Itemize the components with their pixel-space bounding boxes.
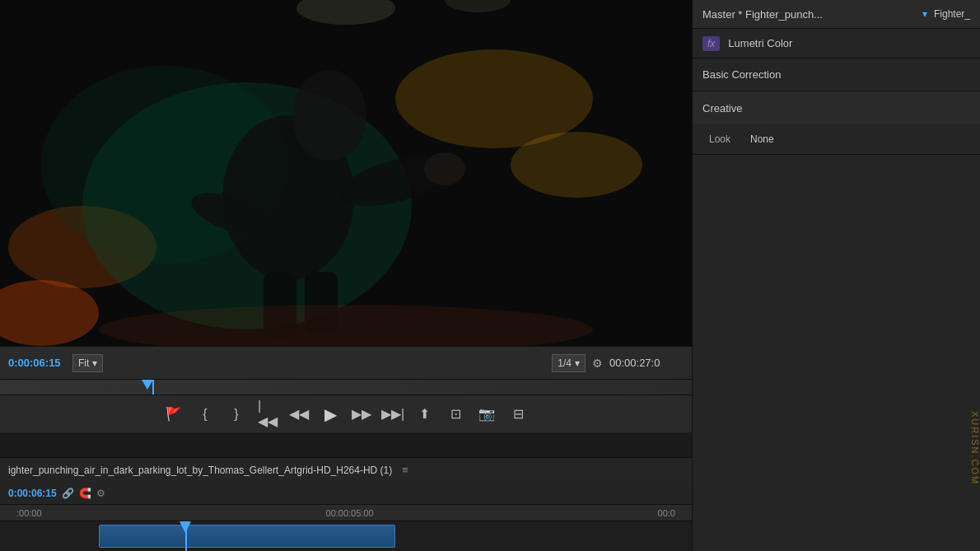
track-snap-icon[interactable]: 🧲 [79, 488, 91, 499]
timeline-clip [99, 525, 395, 548]
svg-point-2 [511, 132, 642, 198]
tick-0: :00:00 [16, 508, 42, 518]
creative-label: Creative [702, 102, 742, 114]
svg-point-6 [41, 66, 288, 264]
svg-point-8 [292, 70, 366, 161]
svg-point-14 [296, 0, 395, 25]
right-panel: Master * Fighter_punch... ▾ Fighter_ fx … [692, 0, 980, 551]
tick-end: 00:0 [658, 508, 675, 518]
timeline-clip-area [0, 521, 692, 551]
panel-header: Master * Fighter_punch... ▾ Fighter_ [693, 0, 980, 29]
video-preview [0, 0, 692, 346]
transport-controls: 🚩 { } |◀◀ ◀◀ ▶ ▶▶ ▶▶| ⬆ ⊡ 📷 ⊟ [0, 395, 692, 432]
fx-badge: fx [702, 36, 720, 51]
mark-out-button[interactable]: } [226, 404, 246, 424]
fighter-label: Fighter_ [934, 8, 970, 20]
timeline-scrubber[interactable] [0, 379, 692, 395]
quality-dropdown[interactable]: 1/4 ▾ [552, 354, 586, 372]
timeline-track: 0:00:06:15 🔗 🧲 ⚙ :00:00 00:00:05:00 00:0 [0, 482, 692, 551]
quality-label: 1/4 [558, 357, 572, 369]
svg-point-11 [186, 184, 275, 244]
track-controls: 🔗 🧲 ⚙ [62, 488, 105, 499]
panel-fx-row: fx Lumetri Color [693, 29, 980, 58]
timecode-display: 0:00:06:15 [8, 357, 66, 369]
basic-correction-label: Basic Correction [702, 68, 781, 81]
timeline-ruler: :00:00 00:00:05:00 00:0 [0, 505, 692, 521]
lumetri-label: Lumetri Color [728, 37, 792, 49]
svg-point-15 [445, 0, 511, 12]
go-to-in-button[interactable]: |◀◀ [258, 404, 278, 424]
fit-label: Fit [78, 357, 89, 369]
scrubber-playhead [152, 380, 154, 395]
svg-point-4 [0, 280, 99, 346]
look-value: None [750, 133, 774, 145]
step-back-button[interactable]: ◀◀ [289, 404, 309, 424]
track-ripple-icon[interactable]: 🔗 [62, 488, 74, 499]
go-to-out-button[interactable]: ▶▶| [383, 404, 403, 424]
video-toolbar: 0:00:06:15 Fit ▾ 1/4 ▾ ⚙ 00:00:27:0 [0, 346, 692, 379]
creative-header[interactable]: Creative [693, 91, 980, 124]
lift-button[interactable]: ⬆ [414, 404, 434, 424]
tick-5: 00:00:05:00 [326, 508, 374, 518]
play-button[interactable]: ▶ [320, 404, 340, 424]
panel-dropdown-arrow-icon[interactable]: ▾ [922, 8, 927, 20]
look-label: Look [709, 133, 742, 145]
svg-rect-0 [0, 0, 692, 346]
timecode-right: 00:00:27:0 [609, 357, 684, 369]
svg-point-5 [82, 82, 412, 329]
svg-rect-12 [264, 272, 296, 338]
svg-point-9 [334, 147, 456, 217]
clip-menu-icon[interactable]: ≡ [402, 464, 408, 476]
track-timecode: 0:00:06:15 [8, 488, 57, 499]
scrubber-bar [0, 380, 692, 395]
extract-button[interactable]: ⊡ [446, 404, 465, 424]
ruler-ticks: :00:00 00:00:05:00 00:0 [16, 508, 675, 518]
mark-in-button[interactable]: { [195, 404, 215, 424]
timeline-playhead [185, 521, 187, 551]
step-fwd-button[interactable]: ▶▶ [352, 404, 371, 424]
panel-title: Master * Fighter_punch... [702, 8, 916, 21]
wrench-icon[interactable]: ⚙ [592, 357, 603, 370]
creative-section: Creative Look None [693, 91, 980, 155]
fit-dropdown[interactable]: Fit ▾ [72, 354, 103, 372]
clip-name: ighter_punching_air_in_dark_parking_lot_… [8, 465, 392, 476]
quality-chevron-icon: ▾ [575, 357, 580, 369]
svg-point-7 [222, 115, 354, 280]
basic-correction-section[interactable]: Basic Correction [693, 58, 980, 91]
video-canvas [0, 0, 692, 346]
clip-info-bar: ighter_punching_air_in_dark_parking_lot_… [0, 457, 692, 482]
camera-icon[interactable]: 📷 [477, 404, 497, 424]
svg-point-3 [8, 206, 156, 288]
add-marker-button[interactable]: 🚩 [164, 404, 184, 424]
svg-point-10 [424, 152, 465, 185]
multi-cam-button[interactable]: ⊟ [508, 404, 528, 424]
look-row: Look None [693, 124, 980, 154]
svg-point-16 [99, 305, 593, 346]
svg-rect-13 [305, 272, 338, 334]
track-tool-icon[interactable]: ⚙ [96, 488, 105, 499]
svg-point-1 [395, 49, 593, 148]
fit-chevron-icon: ▾ [92, 357, 97, 369]
timeline-track-header: 0:00:06:15 🔗 🧲 ⚙ [0, 482, 692, 505]
